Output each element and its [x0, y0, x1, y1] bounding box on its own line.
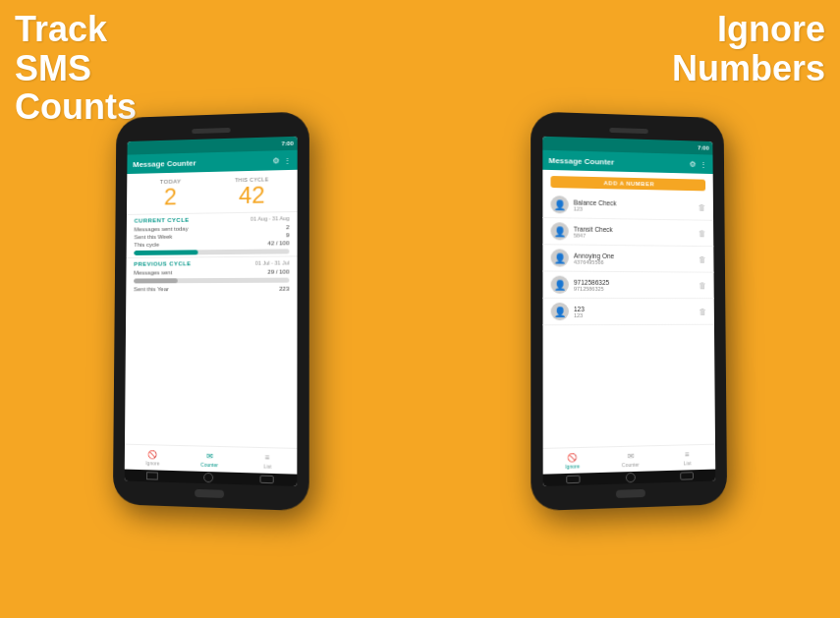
contact-name: Annoying One — [574, 252, 694, 259]
current-cycle-progress-container — [134, 249, 289, 255]
sent-year-value: 223 — [279, 286, 289, 292]
today-block: TODAY 2 — [134, 177, 206, 209]
nav-ignore-label-left: Ignore — [145, 459, 159, 465]
contact-number: 5847 — [574, 232, 694, 240]
sent-week-label: Sent this Week — [134, 234, 172, 240]
nav-ignore-left[interactable]: 🚫 Ignore — [125, 449, 181, 467]
left-phone-screen: 7:00 Message Counter ⚙ ⋮ TODAY — [124, 136, 297, 485]
left-label-line2: SMS — [15, 48, 91, 88]
left-label: Track SMS Counts — [15, 10, 137, 127]
gear-icon-right[interactable]: ⚙ — [690, 159, 697, 168]
prev-cycle-progress-bar — [134, 278, 178, 283]
list-icon-left: ≡ — [265, 452, 270, 461]
contact-info: 123 123 — [574, 305, 695, 317]
previous-cycle-date: 01 Jul - 31 Jul — [255, 259, 290, 265]
nav-list-left[interactable]: ≡ List — [238, 452, 297, 470]
person-icon: 👤 — [554, 252, 566, 262]
left-phone: 7:00 Message Counter ⚙ ⋮ TODAY — [113, 111, 309, 511]
phone-speaker-right — [610, 127, 648, 133]
person-icon: 👤 — [554, 279, 566, 290]
delete-icon[interactable]: 🗑 — [699, 228, 706, 237]
messages-today-value: 2 — [286, 224, 289, 230]
right-phone-screen: 7:00 Message Counter ⚙ ⋮ ADD A NUMBER — [543, 136, 716, 485]
status-time-left: 7:00 — [281, 140, 293, 145]
list-icon-right: ≡ — [686, 449, 691, 458]
contact-avatar: 👤 — [551, 302, 569, 319]
messages-today-label: Messages sent today — [134, 226, 188, 233]
contact-number: 4376495566 — [574, 258, 694, 265]
current-cycle-title: CURRENT CYCLE — [134, 217, 189, 224]
nav-ignore-label-right: Ignore — [566, 462, 580, 469]
sent-year-label: Sent this Year — [134, 286, 169, 292]
contact-item: 👤 Transit Check 5847 🗑 — [543, 218, 714, 247]
sent-week-value: 9 — [286, 232, 289, 238]
nav-counter-left[interactable]: ✉ Counter — [181, 450, 239, 468]
delete-icon[interactable]: 🗑 — [699, 280, 706, 289]
today-value: 2 — [164, 184, 177, 209]
this-cycle-label: This cycle — [134, 242, 159, 248]
right-panel: Ignore Numbers 7:00 Message Counter ⚙ ⋮ — [420, 0, 841, 618]
previous-cycle-header: PREVIOUS CYCLE 01 Jul - 31 Jul — [126, 255, 297, 268]
recent-btn-right[interactable] — [680, 472, 694, 479]
contact-info: 9712586325 9712586325 — [574, 278, 695, 291]
right-label-line1: Ignore — [717, 9, 825, 49]
contact-item: 👤 123 123 🗑 — [543, 298, 714, 324]
home-btn-right[interactable] — [626, 472, 636, 481]
nav-list-right[interactable]: ≡ List — [659, 449, 715, 467]
home-btn-left[interactable] — [203, 472, 213, 481]
contact-info: Balance Check 123 — [574, 197, 694, 212]
person-icon: 👤 — [554, 225, 566, 236]
this-cycle-row: This cycle 42 / 100 — [126, 239, 297, 249]
toolbar-icons-right: ⚙ ⋮ — [690, 159, 707, 168]
ignore-icon-right: 🚫 — [568, 452, 578, 461]
ignore-screen-content: ADD A NUMBER 👤 Balance Check 123 🗑 👤 Tra… — [543, 169, 716, 447]
contact-avatar: 👤 — [551, 275, 569, 293]
status-time-right: 7:00 — [698, 144, 709, 150]
counter-icon-right: ✉ — [627, 451, 634, 460]
right-label: Ignore Numbers — [672, 10, 825, 87]
sent-year-row: Sent this Year 223 — [126, 285, 297, 294]
delete-icon[interactable]: 🗑 — [700, 307, 707, 315]
previous-cycle-title: PREVIOUS CYCLE — [134, 260, 191, 266]
contact-avatar: 👤 — [551, 249, 569, 266]
more-icon-left[interactable]: ⋮ — [283, 155, 291, 164]
contact-avatar: 👤 — [551, 222, 569, 240]
back-btn-right[interactable] — [566, 475, 580, 483]
delete-icon[interactable]: 🗑 — [699, 254, 706, 263]
prev-cycle-progress-container — [134, 278, 289, 284]
counter-icon-left: ✉ — [206, 451, 213, 460]
recent-btn-left[interactable] — [259, 475, 273, 483]
delete-icon[interactable]: 🗑 — [699, 202, 706, 211]
nav-counter-label-right: Counter — [622, 461, 640, 468]
contact-number: 9712586325 — [574, 285, 695, 291]
person-icon: 👤 — [554, 198, 566, 209]
today-cycle-row: TODAY 2 THIS CYCLE 42 — [127, 169, 298, 214]
current-cycle-progress-bar — [134, 250, 197, 255]
toolbar-icons-left: ⚙ ⋮ — [272, 155, 291, 164]
app-container: Track SMS Counts 7:00 Message Counter ⚙ … — [0, 0, 840, 618]
contact-name: 123 — [574, 305, 695, 311]
this-cycle-value: 42 / 100 — [267, 240, 289, 246]
nav-counter-label-left: Counter — [200, 461, 218, 468]
current-cycle-date: 01 Aug - 31 Aug — [251, 215, 289, 222]
app-title-right: Message Counter — [549, 155, 615, 166]
prev-messages-value: 29 / 100 — [267, 268, 289, 274]
nav-counter-right[interactable]: ✉ Counter — [602, 450, 660, 468]
nav-ignore-right[interactable]: 🚫 Ignore — [543, 452, 602, 470]
nav-list-label-right: List — [684, 459, 692, 465]
nav-list-label-left: List — [263, 462, 271, 468]
gear-icon-left[interactable]: ⚙ — [272, 155, 279, 164]
right-phone: 7:00 Message Counter ⚙ ⋮ ADD A NUMBER — [531, 111, 727, 511]
contact-list: 👤 Balance Check 123 🗑 👤 Transit Check 58… — [543, 191, 716, 447]
cycle-block: THIS CYCLE 42 — [214, 175, 289, 208]
add-number-button[interactable]: ADD A NUMBER — [551, 175, 706, 190]
right-label-line2: Numbers — [672, 48, 825, 88]
phone-home-left — [195, 488, 224, 497]
more-icon-right[interactable]: ⋮ — [700, 159, 707, 168]
contact-item: 👤 Balance Check 123 🗑 — [543, 191, 714, 220]
app-title-left: Message Counter — [133, 158, 196, 169]
back-btn-left[interactable] — [146, 472, 158, 479]
person-icon: 👤 — [554, 306, 566, 316]
left-label-line1: Track — [15, 9, 107, 49]
ignore-icon-left: 🚫 — [147, 449, 157, 458]
